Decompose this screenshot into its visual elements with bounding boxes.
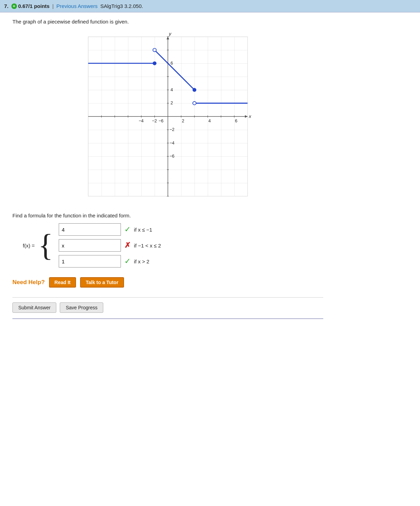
points-text: 0.67/1 points — [18, 3, 50, 9]
case-row-3: ✓ if x > 2 — [59, 255, 161, 268]
problem-id: SAlgTrig3 3.2.050. — [101, 3, 143, 9]
svg-text:−6: −6 — [170, 154, 174, 159]
check-icon-3: ✓ — [124, 257, 131, 266]
question-number: 7. — [4, 3, 9, 9]
case-input-3[interactable] — [59, 255, 121, 268]
previous-answers-link[interactable]: Previous Answers — [56, 3, 97, 9]
condition-3: if x > 2 — [134, 259, 150, 264]
svg-text:6: 6 — [235, 119, 237, 123]
submit-answer-button[interactable]: Submit Answer — [12, 302, 56, 313]
points-badge: + 0.67/1 points — [11, 3, 50, 9]
svg-text:6: 6 — [171, 61, 173, 66]
divider: | — [52, 3, 54, 9]
svg-text:4: 4 — [171, 87, 173, 92]
svg-text:x: x — [249, 114, 252, 119]
problem-description: The graph of a piecewise defined functio… — [12, 19, 323, 25]
graph-container: −6 −4 −2 2 4 6 6 4 2 −2 −4 −6 x y — [12, 30, 323, 203]
case-input-1[interactable] — [59, 223, 121, 236]
case-row-2: ✗ if −1 < x ≤ 2 — [59, 239, 161, 252]
piecewise-wrapper: f(x) = { ✓ if x ≤ −1 ✗ if −1 < x ≤ 2 — [23, 223, 323, 268]
condition-1: if x ≤ −1 — [134, 227, 152, 233]
svg-text:−4: −4 — [170, 141, 174, 146]
save-progress-button[interactable]: Save Progress — [60, 302, 103, 313]
bottom-border — [12, 318, 323, 319]
svg-text:2: 2 — [182, 119, 184, 123]
svg-point-43 — [153, 62, 156, 65]
case-input-2[interactable] — [59, 239, 121, 252]
piecewise-brace: { — [38, 230, 53, 261]
svg-text:−2: −2 — [170, 127, 174, 132]
case-row-1: ✓ if x ≤ −1 — [59, 223, 161, 236]
svg-point-45 — [153, 48, 156, 52]
talk-to-tutor-button[interactable]: Talk to a Tutor — [80, 277, 124, 288]
svg-text:−2: −2 — [152, 119, 157, 123]
plus-circle-icon: + — [11, 3, 17, 9]
svg-text:−4: −4 — [139, 119, 143, 123]
check-icon-1: ✓ — [124, 225, 131, 234]
svg-text:−6: −6 — [159, 119, 163, 123]
piecewise-graph: −6 −4 −2 2 4 6 6 4 2 −2 −4 −6 x y — [78, 30, 258, 203]
help-section: Need Help? Read It Talk to a Tutor — [12, 277, 323, 288]
svg-point-46 — [193, 88, 196, 92]
fx-label: f(x) = — [23, 243, 35, 249]
condition-2: if −1 < x ≤ 2 — [134, 243, 161, 249]
svg-text:y: y — [169, 31, 172, 36]
read-it-button[interactable]: Read It — [49, 277, 76, 288]
header-bar: 7. + 0.67/1 points | Previous Answers SA… — [0, 0, 420, 12]
need-help-label: Need Help? — [12, 279, 45, 286]
main-content: The graph of a piecewise defined functio… — [0, 12, 332, 327]
formula-section: Find a formula for the function in the i… — [12, 213, 323, 268]
cases-table: ✓ if x ≤ −1 ✗ if −1 < x ≤ 2 ✓ if x > 2 — [59, 223, 161, 268]
submit-row: Submit Answer Save Progress — [12, 297, 323, 313]
svg-point-48 — [193, 102, 196, 105]
svg-text:4: 4 — [208, 119, 211, 123]
svg-text:2: 2 — [171, 101, 173, 105]
x-icon-2: ✗ — [124, 241, 131, 250]
formula-description: Find a formula for the function in the i… — [12, 213, 323, 218]
